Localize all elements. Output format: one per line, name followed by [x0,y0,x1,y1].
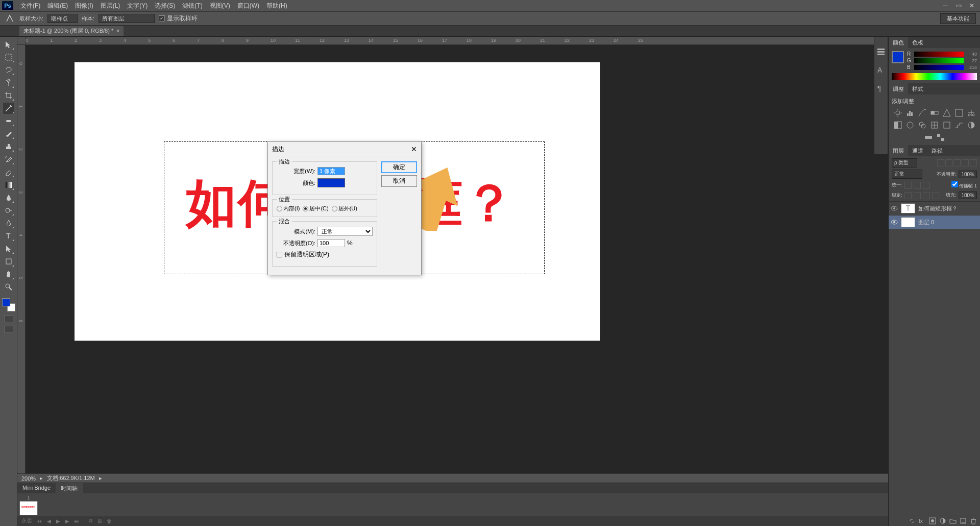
shape-tool[interactable] [3,256,14,267]
quick-select-tool[interactable] [3,77,14,88]
next-frame-icon[interactable]: ▶ [65,518,69,524]
width-input[interactable] [317,167,345,175]
document-tab[interactable]: 未标题-1 @ 200% (图层 0, RGB/8) * × [19,26,124,36]
close-tab-icon[interactable]: × [116,28,119,34]
gradient-tool[interactable] [3,179,14,190]
vibrance-icon[interactable] [942,108,951,117]
brush-tool[interactable] [3,128,14,139]
color-swatches[interactable] [2,298,15,312]
move-tool[interactable] [3,39,14,50]
tween-icon[interactable]: ⧉ [89,518,92,524]
photo-filter-icon[interactable] [905,121,915,130]
filter-shape-icon[interactable] [962,159,969,166]
menu-layer[interactable]: 图层(L) [97,1,124,11]
filter-image-icon[interactable] [937,159,944,166]
foreground-color[interactable] [2,298,10,306]
tab-styles[interactable]: 样式 [908,83,927,94]
curves-icon[interactable] [918,108,927,117]
paragraph-panel-icon[interactable]: ¶ [876,84,886,93]
maximize-button[interactable]: ▭ [952,1,965,10]
crop-tool[interactable] [3,90,14,101]
cancel-button[interactable]: 取消 [381,175,417,187]
menu-view[interactable]: 视图(V) [207,1,233,11]
character-panel-icon[interactable]: A [876,65,886,75]
g-slider[interactable] [914,58,964,63]
layer-item-text[interactable]: T 如何画矩形框？ [889,202,980,216]
threshold-icon[interactable] [967,121,976,130]
r-slider[interactable] [914,52,964,57]
hue-icon[interactable] [954,108,964,117]
mode-select[interactable]: 正常 [317,227,373,236]
unify-pos-icon[interactable] [904,182,912,189]
blur-tool[interactable] [3,192,14,203]
exposure-icon[interactable] [930,108,939,117]
opacity-input[interactable] [317,239,345,247]
first-frame-icon[interactable]: ⏮ [37,518,42,524]
new-frame-icon[interactable]: ⊞ [97,518,102,524]
tab-adjustments[interactable]: 调整 [889,83,908,94]
link-icon[interactable] [909,517,916,524]
lasso-tool[interactable] [3,64,14,76]
channel-mixer-icon[interactable] [918,121,927,130]
prev-frame-icon[interactable]: ◀ [47,518,51,524]
menu-filter[interactable]: 滤镜(T) [179,1,205,11]
selective-color-icon[interactable] [936,133,945,142]
show-ring-checkbox[interactable]: ✓ 显示取样环 [159,14,198,23]
preserve-checkbox[interactable] [277,252,282,257]
invert-icon[interactable] [942,121,951,130]
menu-edit[interactable]: 编辑(E) [44,1,71,11]
sample-size-select[interactable]: 取样点 [47,14,78,23]
new-layer-icon[interactable] [960,517,967,524]
filter-type-icon[interactable] [953,159,961,166]
radio-outside[interactable]: 居外(U) [332,205,357,212]
marquee-tool[interactable] [3,52,14,63]
tab-color[interactable]: 颜色 [889,37,908,48]
eye-icon[interactable] [891,219,898,226]
menu-image[interactable]: 图像(I) [72,1,96,11]
tab-paths[interactable]: 路径 [927,145,947,156]
levels-icon[interactable] [905,108,915,117]
canvas-area[interactable]: 0 1 2 3 4 5 6 7 8 9 10 11 12 13 14 15 16… [17,37,888,526]
lock-move-icon[interactable] [923,192,930,199]
hand-tool[interactable] [3,269,14,280]
close-button[interactable]: ✕ [966,1,978,10]
lookup-icon[interactable] [930,121,939,130]
workspace-switcher[interactable]: 基本功能 [940,13,976,24]
stamp-tool[interactable] [3,141,14,152]
color-swatch[interactable] [892,51,904,63]
brightness-icon[interactable] [893,108,902,117]
lock-transparent-icon[interactable] [904,192,912,199]
history-brush-tool[interactable] [3,154,14,165]
menu-file[interactable]: 文件(F) [17,1,43,11]
dialog-close-icon[interactable]: ✕ [411,145,417,154]
adjustment-layer-icon[interactable] [939,517,946,524]
filter-smart-icon[interactable] [970,159,977,166]
layer-filter-select[interactable]: ρ 类型 [892,158,917,168]
blend-mode-select[interactable]: 正常 [892,170,922,179]
group-icon[interactable] [949,517,957,524]
layer-opacity-input[interactable]: 100% [959,171,977,178]
tab-minibridge[interactable]: Mini Bridge [17,483,56,493]
eyedropper-tool[interactable] [3,103,14,114]
type-tool[interactable]: T [3,230,14,242]
radio-center[interactable]: 居中(C) [303,205,328,212]
balance-icon[interactable] [967,108,976,117]
menu-help[interactable]: 帮助(H) [263,1,290,11]
unify-style-icon[interactable] [923,182,930,189]
posterize-icon[interactable] [954,121,964,130]
b-slider[interactable] [914,65,964,70]
gradient-map-icon[interactable] [924,133,933,142]
ok-button[interactable]: 确定 [381,161,417,173]
quick-mask-toggle[interactable] [4,315,13,322]
mask-icon[interactable] [929,517,936,524]
last-frame-icon[interactable]: ⏭ [75,518,80,524]
propagate-checkbox[interactable] [951,181,958,187]
eraser-tool[interactable] [3,166,14,178]
color-spectrum[interactable] [892,73,977,80]
bw-icon[interactable] [893,121,902,130]
sample-select[interactable]: 所有图层 [99,14,155,23]
radio-inside[interactable]: 内部(I) [277,205,300,212]
lock-all-icon[interactable] [932,192,939,199]
play-icon[interactable]: ▶ [56,518,60,524]
chevron-right-icon[interactable]: ▸ [99,475,102,482]
